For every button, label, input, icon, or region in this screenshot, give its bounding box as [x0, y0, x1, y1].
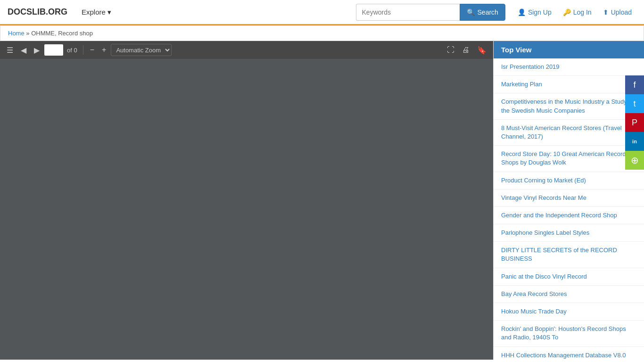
facebook-share-button[interactable]: f [625, 75, 644, 94]
search-button[interactable]: 🔍 Search [460, 4, 505, 21]
breadcrumb-separator: » [26, 30, 31, 37]
facebook-icon: f [633, 80, 636, 90]
twitter-icon: t [633, 99, 636, 109]
nav-actions: 👤 Sign Up 🔑 Log In ⬆ Upload [513, 6, 636, 19]
list-item: Product Corning to Market (Ed) [494, 172, 644, 189]
sidebar-link-9[interactable]: DIRTY LITTLE SECRETS of the RECORD BUSIN… [494, 242, 644, 267]
zoom-in-icon: + [102, 46, 106, 54]
list-item: Marketing Plan [494, 76, 644, 93]
top-nav: DOCSLIB.ORG Explore ▾ 🔍 Search 👤 Sign Up… [0, 0, 644, 25]
sidebar-link-0[interactable]: Isr Presentation 2019 [494, 58, 644, 75]
signup-button[interactable]: 👤 Sign Up [513, 6, 556, 19]
top-view-header: Top View [494, 41, 644, 58]
sharethis-icon: ⊕ [631, 155, 639, 166]
breadcrumb: Home » OHMME, Record shop [0, 25, 644, 41]
pinterest-icon: P [632, 118, 637, 128]
zoom-in-button[interactable]: + [99, 44, 109, 56]
bookmark-icon: 🔖 [477, 46, 487, 55]
list-item: Vintage Vinyl Records Near Me [494, 189, 644, 207]
zoom-select[interactable]: Automatic Zoom [111, 44, 172, 56]
print-icon: 🖨 [462, 46, 470, 54]
pdf-toolbar: ☰ ◀ ▶ 0 of 0 − + Automatic Zoom ⛶ [0, 41, 493, 59]
sidebar-link-4[interactable]: Record Store Day: 10 Great American Reco… [494, 146, 644, 171]
prev-icon: ◀ [21, 46, 26, 55]
search-icon: 🔍 [467, 8, 475, 16]
fullscreen-button[interactable]: ⛶ [444, 44, 457, 56]
page-number-input[interactable]: 0 [44, 44, 63, 56]
breadcrumb-home[interactable]: Home [8, 30, 25, 37]
list-item: Gender and the Independent Record Shop [494, 207, 644, 224]
brand-logo[interactable]: DOCSLIB.ORG [8, 7, 67, 17]
list-item: Record Store Day: 10 Great American Reco… [494, 146, 644, 172]
zoom-out-icon: − [90, 46, 94, 54]
bookmark-button[interactable]: 🔖 [474, 44, 489, 57]
sidebar-link-13[interactable]: Rockin' and Boppin': Houston's Record Sh… [494, 321, 644, 346]
next-icon: ▶ [34, 46, 40, 55]
search-area: 🔍 Search [356, 4, 505, 21]
sidebar-link-6[interactable]: Vintage Vinyl Records Near Me [494, 189, 644, 206]
sidebar-toggle-button[interactable]: ☰ [4, 44, 16, 57]
print-button[interactable]: 🖨 [459, 44, 472, 56]
list-item: Parlophone Singles Label Styles [494, 224, 644, 242]
search-input[interactable] [356, 4, 460, 21]
main-layout: ☰ ◀ ▶ 0 of 0 − + Automatic Zoom ⛶ [0, 41, 644, 360]
sidebar-link-5[interactable]: Product Corning to Market (Ed) [494, 172, 644, 189]
chevron-down-icon: ▾ [107, 8, 111, 16]
sidebar-toggle-icon: ☰ [7, 46, 13, 55]
pdf-viewer: ☰ ◀ ▶ 0 of 0 − + Automatic Zoom ⛶ [0, 41, 493, 360]
breadcrumb-current: OHMME, Record shop [31, 30, 93, 37]
pdf-canvas [0, 59, 493, 360]
fullscreen-icon: ⛶ [447, 46, 454, 54]
twitter-share-button[interactable]: t [625, 94, 644, 113]
sidebar-link-2[interactable]: Competitiveness in the Music Industry a … [494, 93, 644, 119]
list-item: DIRTY LITTLE SECRETS of the RECORD BUSIN… [494, 242, 644, 268]
login-button[interactable]: 🔑 Log In [558, 6, 596, 19]
next-page-button[interactable]: ▶ [31, 44, 42, 57]
linkedin-icon: in [632, 139, 637, 144]
right-sidebar: Top View Isr Presentation 2019Marketing … [493, 41, 644, 360]
list-item: Rockin' and Boppin': Houston's Record Sh… [494, 321, 644, 346]
sidebar-link-10[interactable]: Panic at the Disco Vinyl Record [494, 268, 644, 285]
list-item: Competitiveness in the Music Industry a … [494, 93, 644, 119]
explore-label: Explore [82, 8, 106, 16]
pinterest-share-button[interactable]: P [625, 113, 644, 132]
list-item: Panic at the Disco Vinyl Record [494, 268, 644, 286]
sidebar-link-3[interactable]: 8 Must-Visit American Record Stores (Tra… [494, 120, 644, 145]
explore-button[interactable]: Explore ▾ [77, 5, 116, 19]
upload-button[interactable]: ⬆ Upload [598, 6, 636, 19]
sharethis-button[interactable]: ⊕ [625, 151, 644, 170]
linkedin-share-button[interactable]: in [625, 132, 644, 151]
prev-page-button[interactable]: ◀ [18, 44, 29, 57]
social-sidebar: f t P in ⊕ [625, 75, 644, 170]
sidebar-link-14[interactable]: HHH Collections Management Database V8.0 [494, 347, 644, 360]
sidebar-link-11[interactable]: Bay Area Record Stores [494, 286, 644, 303]
list-item: Isr Presentation 2019 [494, 58, 644, 76]
list-item: Hokuo Music Trade Day [494, 303, 644, 321]
toolbar-separator [83, 45, 83, 55]
search-btn-label: Search [478, 8, 498, 16]
user-icon: 👤 [518, 8, 526, 16]
upload-icon: ⬆ [603, 8, 609, 16]
page-of-label: of 0 [67, 47, 77, 54]
list-item: Bay Area Record Stores [494, 286, 644, 303]
list-item: HHH Collections Management Database V8.0 [494, 347, 644, 360]
sidebar-link-12[interactable]: Hokuo Music Trade Day [494, 303, 644, 320]
sidebar-link-7[interactable]: Gender and the Independent Record Shop [494, 207, 644, 224]
top-view-list: Isr Presentation 2019Marketing PlanCompe… [494, 58, 644, 360]
zoom-out-button[interactable]: − [87, 44, 97, 56]
sidebar-link-8[interactable]: Parlophone Singles Label Styles [494, 224, 644, 241]
sidebar-link-1[interactable]: Marketing Plan [494, 76, 644, 93]
list-item: 8 Must-Visit American Record Stores (Tra… [494, 120, 644, 146]
login-icon: 🔑 [563, 8, 571, 16]
